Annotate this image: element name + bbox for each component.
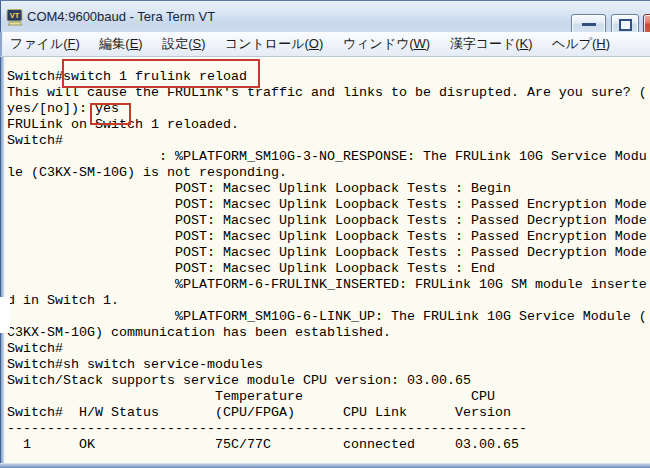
teraterm-vt-icon[interactable]: VT: [6, 9, 23, 26]
menu-accelerator: H: [596, 36, 605, 51]
menu-accelerator: K: [520, 36, 529, 51]
menu-item-label: ヘルプ(: [552, 36, 596, 51]
window-titlebar[interactable]: VT COM4:9600baud - Tera Term VT ✕: [0, 0, 650, 32]
window-border-bottom: [0, 463, 650, 468]
menu-item-label: ウィンドウ(: [343, 36, 414, 51]
annotation-box-yes: [90, 103, 131, 125]
menu-item-label: ): [76, 36, 80, 51]
minimize-icon: [582, 23, 596, 26]
redaction-patch: [0, 297, 10, 333]
menu-item-label: ): [319, 36, 323, 51]
menu-accelerator: S: [192, 36, 201, 51]
window-title: COM4:9600baud - Tera Term VT: [27, 9, 215, 24]
menu-item-label: 漢字コード(: [450, 36, 520, 51]
close-icon: ✕: [644, 15, 650, 33]
menu-item-help[interactable]: ヘルプ(H): [552, 32, 610, 56]
menu-item-label: コントロール(: [225, 36, 309, 51]
menu-item-label: ): [606, 36, 610, 51]
annotation-box-command: [62, 59, 260, 88]
menu-item-label: ): [426, 36, 430, 51]
menu-accelerator: F: [68, 36, 76, 51]
close-button[interactable]: ✕: [643, 14, 650, 34]
menu-item-label: ): [201, 36, 205, 51]
menu-item-label: ): [528, 36, 532, 51]
menu-bar: ファイル(F) 編集(E) 設定(S) コントロール(O) ウィンドウ(W) 漢…: [0, 32, 650, 57]
menu-item-edit[interactable]: 編集(E): [99, 32, 142, 56]
menu-item-control[interactable]: コントロール(O): [225, 32, 323, 56]
menu-accelerator: O: [309, 36, 319, 51]
svg-text:VT: VT: [10, 11, 20, 20]
menu-item-kanjicode[interactable]: 漢字コード(K): [450, 32, 533, 56]
menu-item-label: 設定(: [162, 36, 192, 51]
menu-item-label: ファイル(: [10, 36, 68, 51]
menu-item-label: ): [138, 36, 142, 51]
teraterm-window: VT COM4:9600baud - Tera Term VT ✕ ファイル(F…: [0, 0, 650, 468]
window-border-left: [0, 57, 5, 463]
menu-item-label: 編集(: [99, 36, 129, 51]
restore-icon: [619, 19, 632, 31]
menu-item-setup[interactable]: 設定(S): [162, 32, 205, 56]
minimize-button[interactable]: [571, 14, 606, 34]
restore-button[interactable]: [611, 14, 639, 34]
menu-item-window[interactable]: ウィンドウ(W): [343, 32, 430, 56]
menu-accelerator: W: [414, 36, 426, 51]
menu-item-file[interactable]: ファイル(F): [10, 32, 80, 56]
